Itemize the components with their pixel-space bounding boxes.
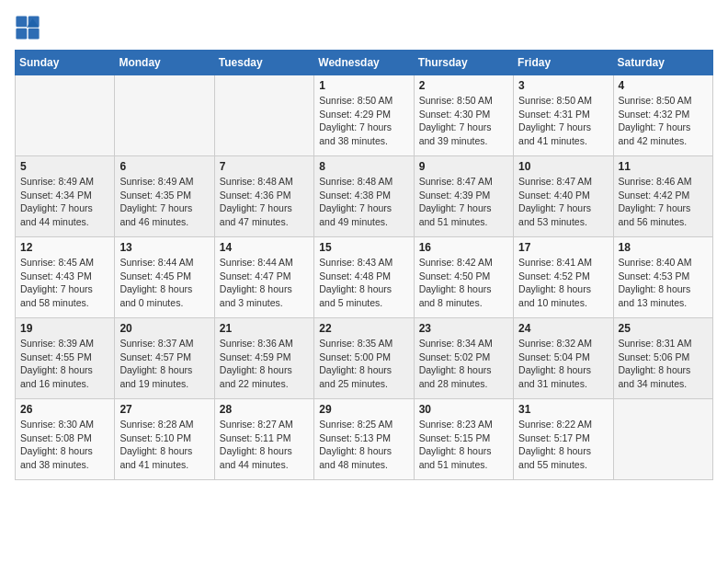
- day-info: Sunrise: 8:47 AM Sunset: 4:39 PM Dayligh…: [419, 175, 508, 229]
- day-info: Sunrise: 8:44 AM Sunset: 4:45 PM Dayligh…: [119, 256, 209, 310]
- page-header: [15, 15, 713, 40]
- day-number: 4: [619, 79, 708, 92]
- calendar-cell: 30Sunrise: 8:23 AM Sunset: 5:15 PM Dayli…: [414, 399, 513, 480]
- day-info: Sunrise: 8:27 AM Sunset: 5:11 PM Dayligh…: [220, 418, 309, 472]
- weekday-header-wednesday: Wednesday: [314, 51, 414, 75]
- calendar-week-row: 12Sunrise: 8:45 AM Sunset: 4:43 PM Dayli…: [16, 237, 713, 318]
- calendar-cell: 21Sunrise: 8:36 AM Sunset: 4:59 PM Dayli…: [214, 318, 313, 399]
- calendar-week-row: 5Sunrise: 8:49 AM Sunset: 4:34 PM Daylig…: [16, 156, 713, 237]
- day-number: 2: [419, 79, 508, 92]
- day-info: Sunrise: 8:23 AM Sunset: 5:15 PM Dayligh…: [419, 418, 508, 472]
- calendar-cell: 7Sunrise: 8:48 AM Sunset: 4:36 PM Daylig…: [214, 156, 313, 237]
- day-info: Sunrise: 8:44 AM Sunset: 4:47 PM Dayligh…: [220, 256, 309, 310]
- day-info: Sunrise: 8:49 AM Sunset: 4:34 PM Dayligh…: [20, 175, 109, 229]
- day-info: Sunrise: 8:48 AM Sunset: 4:36 PM Dayligh…: [220, 175, 309, 229]
- weekday-header-saturday: Saturday: [613, 51, 712, 75]
- day-info: Sunrise: 8:37 AM Sunset: 4:57 PM Dayligh…: [119, 337, 209, 391]
- calendar-cell: 4Sunrise: 8:50 AM Sunset: 4:32 PM Daylig…: [613, 75, 712, 156]
- calendar-cell: [214, 75, 313, 156]
- day-number: 11: [619, 160, 708, 173]
- day-number: 1: [319, 79, 408, 92]
- day-number: 10: [518, 160, 608, 173]
- weekday-header-tuesday: Tuesday: [214, 51, 313, 75]
- day-number: 3: [518, 79, 608, 92]
- day-number: 9: [419, 160, 508, 173]
- calendar-cell: 6Sunrise: 8:49 AM Sunset: 4:35 PM Daylig…: [115, 156, 214, 237]
- calendar-cell: 10Sunrise: 8:47 AM Sunset: 4:40 PM Dayli…: [514, 156, 613, 237]
- calendar-cell: 3Sunrise: 8:50 AM Sunset: 4:31 PM Daylig…: [514, 75, 613, 156]
- day-info: Sunrise: 8:45 AM Sunset: 4:43 PM Dayligh…: [20, 256, 109, 310]
- calendar-cell: 20Sunrise: 8:37 AM Sunset: 4:57 PM Dayli…: [115, 318, 214, 399]
- day-info: Sunrise: 8:36 AM Sunset: 4:59 PM Dayligh…: [220, 337, 309, 391]
- day-number: 19: [20, 322, 109, 335]
- calendar-cell: 13Sunrise: 8:44 AM Sunset: 4:45 PM Dayli…: [115, 237, 214, 318]
- day-info: Sunrise: 8:40 AM Sunset: 4:53 PM Dayligh…: [619, 256, 708, 310]
- calendar-cell: 8Sunrise: 8:48 AM Sunset: 4:38 PM Daylig…: [314, 156, 414, 237]
- day-info: Sunrise: 8:41 AM Sunset: 4:52 PM Dayligh…: [518, 256, 608, 310]
- day-number: 31: [518, 403, 608, 416]
- day-number: 18: [619, 241, 708, 254]
- calendar-cell: 15Sunrise: 8:43 AM Sunset: 4:48 PM Dayli…: [314, 237, 414, 318]
- day-number: 13: [119, 241, 209, 254]
- calendar-cell: [16, 75, 115, 156]
- calendar-header: SundayMondayTuesdayWednesdayThursdayFrid…: [16, 51, 713, 75]
- day-info: Sunrise: 8:43 AM Sunset: 4:48 PM Dayligh…: [319, 256, 408, 310]
- svg-rect-4: [28, 29, 40, 40]
- calendar-body: 1Sunrise: 8:50 AM Sunset: 4:29 PM Daylig…: [16, 75, 713, 480]
- calendar-cell: 25Sunrise: 8:31 AM Sunset: 5:06 PM Dayli…: [613, 318, 712, 399]
- day-number: 8: [319, 160, 408, 173]
- day-info: Sunrise: 8:22 AM Sunset: 5:17 PM Dayligh…: [518, 418, 608, 472]
- logo-icon: [15, 15, 40, 40]
- calendar-cell: 5Sunrise: 8:49 AM Sunset: 4:34 PM Daylig…: [16, 156, 115, 237]
- calendar-table: SundayMondayTuesdayWednesdayThursdayFrid…: [15, 50, 713, 480]
- day-number: 14: [220, 241, 309, 254]
- calendar-cell: 19Sunrise: 8:39 AM Sunset: 4:55 PM Dayli…: [16, 318, 115, 399]
- weekday-header-friday: Friday: [514, 51, 613, 75]
- weekday-header-thursday: Thursday: [414, 51, 513, 75]
- calendar-cell: 26Sunrise: 8:30 AM Sunset: 5:08 PM Dayli…: [16, 399, 115, 480]
- calendar-cell: 24Sunrise: 8:32 AM Sunset: 5:04 PM Dayli…: [514, 318, 613, 399]
- calendar-cell: 2Sunrise: 8:50 AM Sunset: 4:30 PM Daylig…: [414, 75, 513, 156]
- weekday-header-monday: Monday: [115, 51, 214, 75]
- day-number: 16: [419, 241, 508, 254]
- day-info: Sunrise: 8:39 AM Sunset: 4:55 PM Dayligh…: [20, 337, 109, 391]
- svg-rect-1: [16, 16, 27, 27]
- day-info: Sunrise: 8:31 AM Sunset: 5:06 PM Dayligh…: [619, 337, 708, 391]
- calendar-cell: 9Sunrise: 8:47 AM Sunset: 4:39 PM Daylig…: [414, 156, 513, 237]
- day-number: 26: [20, 403, 109, 416]
- logo: [15, 15, 44, 40]
- day-number: 7: [220, 160, 309, 173]
- day-number: 21: [220, 322, 309, 335]
- day-info: Sunrise: 8:46 AM Sunset: 4:42 PM Dayligh…: [619, 175, 708, 229]
- calendar-cell: 27Sunrise: 8:28 AM Sunset: 5:10 PM Dayli…: [115, 399, 214, 480]
- day-info: Sunrise: 8:49 AM Sunset: 4:35 PM Dayligh…: [119, 175, 209, 229]
- calendar-cell: 14Sunrise: 8:44 AM Sunset: 4:47 PM Dayli…: [214, 237, 313, 318]
- calendar-cell: 22Sunrise: 8:35 AM Sunset: 5:00 PM Dayli…: [314, 318, 414, 399]
- day-info: Sunrise: 8:28 AM Sunset: 5:10 PM Dayligh…: [119, 418, 209, 472]
- day-info: Sunrise: 8:50 AM Sunset: 4:30 PM Dayligh…: [419, 94, 508, 148]
- day-info: Sunrise: 8:50 AM Sunset: 4:31 PM Dayligh…: [518, 94, 608, 148]
- day-info: Sunrise: 8:30 AM Sunset: 5:08 PM Dayligh…: [20, 418, 109, 472]
- day-info: Sunrise: 8:25 AM Sunset: 5:13 PM Dayligh…: [319, 418, 408, 472]
- day-number: 5: [20, 160, 109, 173]
- calendar-cell: [613, 399, 712, 480]
- calendar-cell: 12Sunrise: 8:45 AM Sunset: 4:43 PM Dayli…: [16, 237, 115, 318]
- calendar-cell: 11Sunrise: 8:46 AM Sunset: 4:42 PM Dayli…: [613, 156, 712, 237]
- calendar-week-row: 26Sunrise: 8:30 AM Sunset: 5:08 PM Dayli…: [16, 399, 713, 480]
- weekday-header-sunday: Sunday: [16, 51, 115, 75]
- calendar-week-row: 1Sunrise: 8:50 AM Sunset: 4:29 PM Daylig…: [16, 75, 713, 156]
- day-info: Sunrise: 8:34 AM Sunset: 5:02 PM Dayligh…: [419, 337, 508, 391]
- day-number: 29: [319, 403, 408, 416]
- calendar-cell: 16Sunrise: 8:42 AM Sunset: 4:50 PM Dayli…: [414, 237, 513, 318]
- day-info: Sunrise: 8:32 AM Sunset: 5:04 PM Dayligh…: [518, 337, 608, 391]
- calendar-cell: 1Sunrise: 8:50 AM Sunset: 4:29 PM Daylig…: [314, 75, 414, 156]
- calendar-week-row: 19Sunrise: 8:39 AM Sunset: 4:55 PM Dayli…: [16, 318, 713, 399]
- calendar-cell: 18Sunrise: 8:40 AM Sunset: 4:53 PM Dayli…: [613, 237, 712, 318]
- day-number: 25: [619, 322, 708, 335]
- day-number: 6: [119, 160, 209, 173]
- day-number: 15: [319, 241, 408, 254]
- calendar-cell: 31Sunrise: 8:22 AM Sunset: 5:17 PM Dayli…: [514, 399, 613, 480]
- day-number: 17: [518, 241, 608, 254]
- day-number: 20: [119, 322, 209, 335]
- day-number: 24: [518, 322, 608, 335]
